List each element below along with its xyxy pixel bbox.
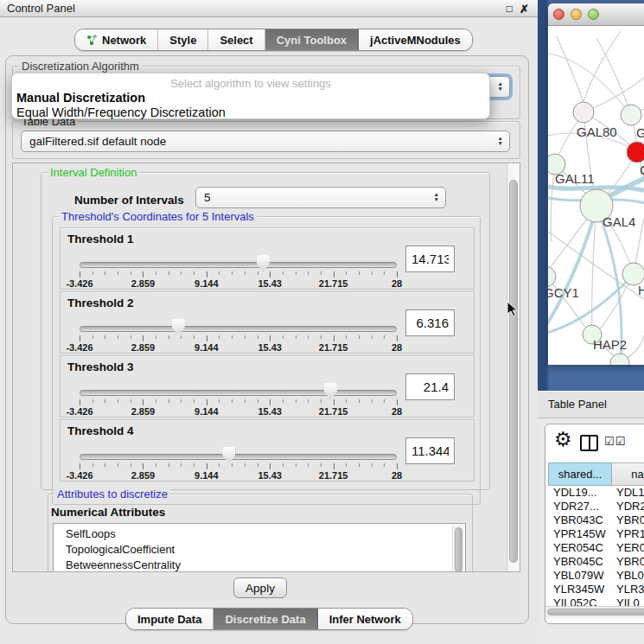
slider-thumb[interactable]	[257, 255, 270, 271]
number-of-intervals-combobox[interactable]: 5 ▲▼	[195, 187, 446, 208]
close-icon[interactable]: ✗	[520, 3, 529, 15]
table-row[interactable]: YIL052CYIL0	[548, 596, 644, 606]
table-row[interactable]: YBR045CYBR0	[548, 555, 644, 569]
tick-label: 21.715	[319, 278, 348, 289]
slider-ticks	[80, 399, 397, 406]
tick-label: 28	[392, 342, 402, 353]
network-window-titlebar	[548, 3, 644, 26]
zoom-traffic-light[interactable]	[588, 9, 599, 20]
attributes-group-title: Attributes to discretize	[54, 488, 170, 501]
node-label: GAL11	[555, 171, 595, 186]
network-node[interactable]	[548, 266, 556, 287]
network-node[interactable]	[573, 102, 594, 123]
node-label: GAL80	[577, 124, 617, 139]
tick-label: 2.859	[131, 470, 156, 481]
tab-impute-data[interactable]: Impute Data	[126, 609, 214, 629]
thresholds-group-title: Threshold's Coordinates for 5 Intervals	[59, 210, 257, 223]
tab-discretize-data[interactable]: Discretize Data	[214, 609, 317, 629]
horizontal-scrollbar-thumb[interactable]	[547, 609, 644, 615]
threshold-value-field[interactable]	[405, 437, 455, 464]
minimize-traffic-light[interactable]	[571, 9, 582, 20]
table-row[interactable]: YPR145WYPR1	[548, 527, 644, 541]
gear-icon[interactable]: ⚙	[554, 430, 572, 450]
threshold-box-3: Threshold 3-3.4262.8599.14415.4321.71528	[60, 355, 475, 418]
network-view[interactable]: GAL80GACGAL11GAL4GCY1HHAP2	[548, 26, 644, 365]
threshold-value-field[interactable]	[405, 373, 455, 400]
network-node[interactable]	[621, 105, 641, 125]
threshold-slider[interactable]: -3.4262.8599.14415.4321.71528	[80, 292, 397, 353]
cell-name: YDL1	[612, 486, 644, 500]
table-row[interactable]: YLR345WYLR3	[548, 583, 644, 596]
right-side: GAL80GACGAL11GAL4GCY1HHAP2 Table Panel ⚙…	[538, 0, 644, 644]
network-edge[interactable]	[590, 78, 644, 110]
threshold-slider[interactable]: -3.4262.8599.14415.4321.71528	[80, 356, 397, 417]
threshold-box-4: Threshold 4-3.4262.8599.14415.4321.71528	[60, 419, 475, 481]
cell-name: YBL0	[612, 569, 644, 583]
list-scrollbar-thumb[interactable]	[455, 527, 462, 572]
tick-label: 15.43	[258, 470, 282, 481]
slider-thumb[interactable]	[172, 319, 185, 335]
column-view-icon[interactable]	[580, 435, 598, 451]
attribute-item[interactable]: BetweennessCentrality	[54, 558, 465, 572]
table-row[interactable]: YDR27...YDR2	[548, 500, 644, 513]
tab-label: Network	[102, 34, 146, 47]
table-row[interactable]: YBL079WYBL0	[548, 569, 644, 583]
network-edge[interactable]	[596, 38, 631, 115]
tab-network[interactable]: Network	[75, 29, 158, 50]
tick-label: -3.426	[66, 342, 92, 353]
tab-select[interactable]: Select	[208, 29, 265, 50]
panel-title: Control Panel	[7, 2, 75, 15]
slider-ticks	[80, 271, 397, 278]
slider-track[interactable]	[80, 390, 397, 396]
table-row[interactable]: YDL19...YDL1	[548, 486, 644, 500]
table-row[interactable]: YBR043CYBR0	[548, 513, 644, 527]
slider-thumb[interactable]	[222, 447, 235, 463]
tab-label: Discretize Data	[225, 613, 305, 626]
slider-track[interactable]	[80, 454, 397, 460]
stepper-arrows-icon: ▲▼	[498, 136, 503, 148]
attribute-item[interactable]: SelfLoops	[54, 526, 465, 542]
threshold-slider[interactable]: -3.4262.8599.14415.4321.71528	[80, 420, 397, 481]
tick-label: 9.144	[194, 406, 219, 417]
node-label: C	[640, 163, 644, 177]
tab-jactivemnodules[interactable]: jActiveMNodules	[359, 29, 472, 50]
cell-name: YLR3	[612, 583, 644, 596]
table-data-combobox[interactable]: galFiltered.sif default node ▲▼	[21, 131, 510, 152]
tick-label: 2.859	[131, 342, 156, 353]
tab-infer-network[interactable]: Infer Network	[318, 609, 412, 629]
slider-thumb[interactable]	[324, 383, 337, 399]
list-scrollbar	[452, 525, 464, 572]
slider-track[interactable]	[80, 326, 397, 332]
select-columns-icon[interactable]: ☑☑	[604, 435, 626, 448]
attribute-item[interactable]: TopologicalCoefficient	[54, 542, 465, 558]
network-edge[interactable]	[557, 36, 583, 102]
column-header-name[interactable]: na	[612, 462, 644, 486]
tick-label: 9.144	[194, 470, 219, 481]
dropdown-option-equal-width[interactable]: Equal Width/Frequency Discretization	[16, 105, 226, 119]
threshold-value-field[interactable]	[405, 245, 455, 272]
cell-shared-name: YDR27...	[548, 500, 612, 513]
vertical-scrollbar-thumb[interactable]	[509, 180, 518, 563]
column-header-shared[interactable]: shared...	[548, 462, 612, 486]
close-traffic-light[interactable]	[553, 9, 564, 20]
tab-style[interactable]: Style	[158, 29, 208, 50]
slider-tick-labels: -3.4262.8599.14415.4321.71528	[80, 278, 397, 289]
slider-tick-labels: -3.4262.8599.14415.4321.71528	[80, 342, 397, 353]
threshold-slider[interactable]: -3.4262.8599.14415.4321.71528	[80, 228, 397, 289]
network-edge[interactable]	[583, 31, 621, 102]
table-row[interactable]: YER054CYER0	[548, 541, 644, 555]
tick-label: 28	[392, 470, 402, 481]
table-rows: YDL19...YDL1YDR27...YDR2YBR043CYBR0YPR14…	[548, 486, 644, 606]
tick-label: 15.43	[258, 278, 282, 289]
float-window-icon[interactable]: □	[507, 3, 513, 14]
threshold-value-field[interactable]	[405, 309, 455, 336]
network-node[interactable]	[627, 142, 644, 163]
tab-cyni-toolbox[interactable]: Cyni Toolbox	[265, 29, 359, 50]
tab-label: jActiveMNodules	[370, 34, 461, 47]
slider-ticks	[80, 463, 397, 470]
tab-label: Select	[220, 34, 252, 47]
dropdown-option-manual[interactable]: Manual Discretization	[16, 91, 145, 105]
slider-track[interactable]	[80, 262, 397, 268]
apply-button[interactable]: Apply	[233, 577, 287, 598]
table-header-row: shared...na	[548, 462, 644, 486]
